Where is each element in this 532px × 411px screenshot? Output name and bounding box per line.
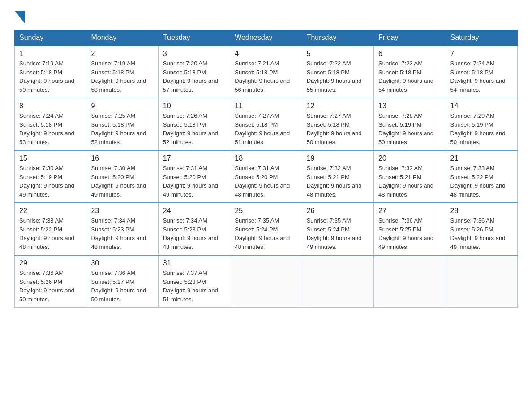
day-info: Sunrise: 7:35 AMSunset: 5:24 PMDaylight:… [307, 217, 362, 250]
weekday-header-wednesday: Wednesday [230, 30, 302, 46]
day-info: Sunrise: 7:33 AMSunset: 5:22 PMDaylight:… [450, 165, 506, 198]
calendar-week-row: 1 Sunrise: 7:19 AMSunset: 5:18 PMDayligh… [15, 46, 518, 98]
day-info: Sunrise: 7:27 AMSunset: 5:18 PMDaylight:… [307, 112, 362, 146]
day-number: 16 [91, 154, 153, 163]
day-number: 30 [91, 259, 153, 267]
day-number: 12 [307, 102, 369, 110]
day-number: 19 [307, 154, 369, 163]
calendar-week-row: 22 Sunrise: 7:33 AMSunset: 5:22 PMDaylig… [15, 203, 518, 255]
day-number: 2 [91, 50, 153, 58]
calendar-cell [374, 255, 446, 308]
day-info: Sunrise: 7:26 AMSunset: 5:18 PMDaylight:… [163, 112, 218, 146]
calendar-cell: 21 Sunrise: 7:33 AMSunset: 5:22 PMDaylig… [446, 150, 517, 203]
day-info: Sunrise: 7:33 AMSunset: 5:22 PMDaylight:… [19, 217, 74, 250]
calendar-cell [302, 255, 373, 308]
day-info: Sunrise: 7:31 AMSunset: 5:20 PMDaylight:… [163, 165, 218, 198]
calendar-cell: 5 Sunrise: 7:22 AMSunset: 5:18 PMDayligh… [302, 46, 373, 98]
weekday-header-saturday: Saturday [446, 30, 517, 46]
calendar-week-row: 15 Sunrise: 7:30 AMSunset: 5:19 PMDaylig… [15, 150, 518, 203]
calendar-cell: 14 Sunrise: 7:29 AMSunset: 5:19 PMDaylig… [446, 98, 517, 150]
weekday-header-monday: Monday [86, 30, 158, 46]
day-info: Sunrise: 7:36 AMSunset: 5:25 PMDaylight:… [378, 217, 433, 250]
day-info: Sunrise: 7:36 AMSunset: 5:27 PMDaylight:… [91, 270, 146, 303]
weekday-header-sunday: Sunday [15, 30, 86, 46]
day-number: 10 [163, 102, 225, 110]
calendar-cell: 24 Sunrise: 7:34 AMSunset: 5:23 PMDaylig… [158, 203, 230, 255]
day-info: Sunrise: 7:23 AMSunset: 5:18 PMDaylight:… [378, 60, 433, 93]
logo-flag-icon [15, 11, 25, 23]
calendar-cell: 26 Sunrise: 7:35 AMSunset: 5:24 PMDaylig… [302, 203, 373, 255]
day-number: 22 [19, 207, 82, 215]
calendar-cell: 3 Sunrise: 7:20 AMSunset: 5:18 PMDayligh… [158, 46, 230, 98]
weekday-header-thursday: Thursday [302, 30, 373, 46]
logo [14, 11, 25, 21]
day-number: 28 [450, 207, 513, 215]
day-number: 7 [450, 50, 513, 58]
day-info: Sunrise: 7:19 AMSunset: 5:18 PMDaylight:… [91, 60, 146, 93]
day-number: 14 [450, 102, 513, 110]
calendar-cell: 13 Sunrise: 7:28 AMSunset: 5:19 PMDaylig… [374, 98, 446, 150]
day-number: 17 [163, 154, 225, 163]
weekday-header-row: SundayMondayTuesdayWednesdayThursdayFrid… [15, 30, 518, 46]
day-info: Sunrise: 7:24 AMSunset: 5:18 PMDaylight:… [450, 60, 506, 93]
day-number: 27 [378, 207, 441, 215]
calendar-cell: 23 Sunrise: 7:34 AMSunset: 5:23 PMDaylig… [86, 203, 158, 255]
day-number: 18 [235, 154, 297, 163]
calendar-cell: 6 Sunrise: 7:23 AMSunset: 5:18 PMDayligh… [374, 46, 446, 98]
calendar-week-row: 8 Sunrise: 7:24 AMSunset: 5:18 PMDayligh… [15, 98, 518, 150]
day-info: Sunrise: 7:30 AMSunset: 5:20 PMDaylight:… [91, 165, 146, 198]
day-info: Sunrise: 7:35 AMSunset: 5:24 PMDaylight:… [235, 217, 290, 250]
calendar-cell: 28 Sunrise: 7:36 AMSunset: 5:26 PMDaylig… [446, 203, 517, 255]
calendar-body: 1 Sunrise: 7:19 AMSunset: 5:18 PMDayligh… [15, 46, 518, 308]
calendar-cell: 31 Sunrise: 7:37 AMSunset: 5:28 PMDaylig… [158, 255, 230, 308]
day-number: 8 [19, 102, 82, 110]
day-number: 6 [378, 50, 441, 58]
day-info: Sunrise: 7:20 AMSunset: 5:18 PMDaylight:… [163, 60, 218, 93]
calendar-cell: 30 Sunrise: 7:36 AMSunset: 5:27 PMDaylig… [86, 255, 158, 308]
day-number: 21 [450, 154, 513, 163]
day-info: Sunrise: 7:29 AMSunset: 5:19 PMDaylight:… [450, 112, 506, 146]
day-number: 15 [19, 154, 82, 163]
day-number: 24 [163, 207, 225, 215]
day-number: 9 [91, 102, 153, 110]
calendar-cell: 10 Sunrise: 7:26 AMSunset: 5:18 PMDaylig… [158, 98, 230, 150]
day-info: Sunrise: 7:21 AMSunset: 5:18 PMDaylight:… [235, 60, 290, 93]
calendar-cell: 11 Sunrise: 7:27 AMSunset: 5:18 PMDaylig… [230, 98, 302, 150]
calendar-cell: 27 Sunrise: 7:36 AMSunset: 5:25 PMDaylig… [374, 203, 446, 255]
calendar-cell: 25 Sunrise: 7:35 AMSunset: 5:24 PMDaylig… [230, 203, 302, 255]
day-info: Sunrise: 7:24 AMSunset: 5:18 PMDaylight:… [19, 112, 74, 146]
calendar-header: SundayMondayTuesdayWednesdayThursdayFrid… [15, 30, 518, 46]
weekday-header-tuesday: Tuesday [158, 30, 230, 46]
day-info: Sunrise: 7:28 AMSunset: 5:19 PMDaylight:… [378, 112, 433, 146]
calendar-cell: 18 Sunrise: 7:31 AMSunset: 5:20 PMDaylig… [230, 150, 302, 203]
calendar-cell: 1 Sunrise: 7:19 AMSunset: 5:18 PMDayligh… [15, 46, 86, 98]
day-info: Sunrise: 7:25 AMSunset: 5:18 PMDaylight:… [91, 112, 146, 146]
calendar-cell: 8 Sunrise: 7:24 AMSunset: 5:18 PMDayligh… [15, 98, 86, 150]
day-info: Sunrise: 7:31 AMSunset: 5:20 PMDaylight:… [235, 165, 290, 198]
day-info: Sunrise: 7:37 AMSunset: 5:28 PMDaylight:… [163, 270, 218, 303]
day-info: Sunrise: 7:36 AMSunset: 5:26 PMDaylight:… [450, 217, 506, 250]
day-number: 29 [19, 259, 82, 267]
calendar-cell: 22 Sunrise: 7:33 AMSunset: 5:22 PMDaylig… [15, 203, 86, 255]
day-info: Sunrise: 7:22 AMSunset: 5:18 PMDaylight:… [307, 60, 362, 93]
page-header [14, 11, 518, 21]
day-number: 3 [163, 50, 225, 58]
calendar-cell: 4 Sunrise: 7:21 AMSunset: 5:18 PMDayligh… [230, 46, 302, 98]
day-number: 13 [378, 102, 441, 110]
day-number: 11 [235, 102, 297, 110]
calendar-cell [230, 255, 302, 308]
calendar-cell: 2 Sunrise: 7:19 AMSunset: 5:18 PMDayligh… [86, 46, 158, 98]
day-number: 23 [91, 207, 153, 215]
day-number: 31 [163, 259, 225, 267]
svg-marker-0 [15, 11, 25, 23]
calendar-cell [446, 255, 517, 308]
calendar-cell: 16 Sunrise: 7:30 AMSunset: 5:20 PMDaylig… [86, 150, 158, 203]
calendar-cell: 29 Sunrise: 7:36 AMSunset: 5:26 PMDaylig… [15, 255, 86, 308]
day-number: 26 [307, 207, 369, 215]
day-info: Sunrise: 7:36 AMSunset: 5:26 PMDaylight:… [19, 270, 74, 303]
day-info: Sunrise: 7:19 AMSunset: 5:18 PMDaylight:… [19, 60, 74, 93]
day-info: Sunrise: 7:32 AMSunset: 5:21 PMDaylight:… [307, 165, 362, 198]
day-info: Sunrise: 7:30 AMSunset: 5:19 PMDaylight:… [19, 165, 74, 198]
day-info: Sunrise: 7:34 AMSunset: 5:23 PMDaylight:… [91, 217, 146, 250]
calendar-cell: 20 Sunrise: 7:32 AMSunset: 5:21 PMDaylig… [374, 150, 446, 203]
